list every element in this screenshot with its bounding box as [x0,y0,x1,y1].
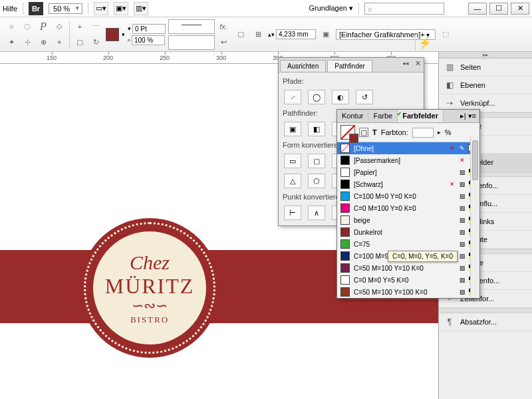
zoom-dropdown[interactable]: 50 % [49,3,82,14]
grid-icon[interactable]: ⊞ [251,27,265,42]
swatch-name: C=50 M=100 Y=100 K=0 [354,289,454,296]
panel-close-icon[interactable]: ✕ [415,59,421,68]
swatch-chip [340,287,350,297]
corner-icon[interactable]: ▢ [233,27,248,42]
view-mode-button[interactable]: ▭▾ [94,2,108,15]
swatch-row[interactable]: [Passermarken]✕⊕ [337,154,479,166]
swatch-name: C=0 M=0 Y=5 K=0 [354,277,454,284]
swatch-row[interactable]: beige▧ [337,214,479,226]
badge-text-bistro: BISTRO [130,315,169,325]
fx-button[interactable]: fx. [216,19,231,34]
opacity-icon: ▫ [128,36,130,44]
swatch-row[interactable]: [Ohne]✕✎ [337,142,479,154]
panel-item-ebenen[interactable]: ◧Ebenen [439,76,532,94]
stroke-chip[interactable] [349,134,358,143]
convert-icon[interactable]: ⌖ [52,35,66,50]
no-edit-icon: ✕ [448,180,456,188]
close-button[interactable]: ✕ [511,3,529,15]
text-toggle-icon[interactable]: T [372,128,377,136]
panel-icon: ◧ [444,80,455,90]
workspace-dropdown[interactable]: Grundlagen ▾ [309,4,353,13]
frame-fit-icon[interactable]: ▣ [319,27,333,42]
minimize-button[interactable]: — [468,3,487,15]
tab-color[interactable]: Farbe [368,110,398,122]
color-mode-icon: ▧ [458,216,466,224]
reverse-path-button[interactable]: ↺ [356,90,373,104]
diamond-icon[interactable]: ◇ [52,19,66,34]
stroke-style-dropdown[interactable]: ——— [168,19,215,34]
wrap-icon[interactable]: ↩ [216,35,231,50]
dotted-circle-icon[interactable]: ◌ [20,19,35,34]
no-edit-icon: ✕ [458,156,466,164]
more-icon[interactable]: ⋯ [88,19,103,34]
anchor-icon[interactable]: ⊹ [20,35,35,50]
swatch-row[interactable]: C=50 M=100 Y=100 K=0▧ [337,286,479,298]
swatch-chip [340,263,350,273]
convert-triangle-button[interactable]: △ [284,174,301,188]
panel-item-seiten[interactable]: ▥Seiten [439,59,532,76]
maximize-button[interactable]: ☐ [489,3,508,15]
panel-label: Absatzfor... [460,318,497,326]
panel-item-absatzfor[interactable]: ¶Absatzfor... [439,313,532,331]
quick-apply-icon[interactable]: ⚡ [415,35,434,51]
corner-point-button[interactable]: ∧ [308,205,325,220]
tab-pathfinder[interactable]: Pathfinder [327,60,372,72]
bridge-button[interactable]: Br [29,2,43,15]
node-icon[interactable]: ✦ [4,35,19,50]
container-toggle-icon[interactable]: ▢ [359,128,368,137]
swatch-row[interactable]: [Papier]▧ [337,166,479,178]
open-path-button[interactable]: ◯ [308,90,325,104]
convert-rect-button[interactable]: ▭ [284,154,301,168]
badge-text-name: MÜRITZ [105,274,195,299]
opacity-input[interactable] [132,35,165,45]
no-edit-icon: ✕ [448,144,456,152]
plus-icon[interactable]: + [72,19,87,34]
chain-icon[interactable]: ⬚ [438,27,453,42]
rotate-icon[interactable]: ↻ [88,35,103,50]
type-on-path-icon[interactable]: P [36,19,51,34]
join-path-button[interactable]: ⟋ [284,90,301,104]
tint-unit: % [445,128,452,136]
color-mode-icon: ▧ [458,168,466,176]
swatch-row[interactable]: C=0 M=100 Y=0 K=0▧ [337,202,479,214]
fill-swatch[interactable] [106,28,119,41]
tint-input[interactable] [412,128,434,138]
tab-stroke[interactable]: Kontur [337,110,368,122]
stroke-end-dropdown[interactable] [168,35,215,50]
convert-polygon-button[interactable]: ⬠ [308,174,325,188]
tab-align[interactable]: Ausrichten [280,60,326,72]
swatch-row[interactable]: C=50 M=100 Y=10 K=0▧ [337,262,479,274]
panel-icon: ⇢ [444,98,455,108]
chevron-down-icon[interactable]: ▾ [122,31,125,38]
swatch-row[interactable]: C=0 M=0 Y=5 K=0▧ [337,274,479,286]
convert-roundrect-button[interactable]: ▢ [308,154,325,168]
swatch-tooltip: C=0, M=0, Y=5, K=0 [388,251,458,262]
paths-label: Pfade: [283,77,420,85]
box-icon[interactable]: ▢ [72,35,87,50]
collapse-panels-button[interactable]: ▸▸ [439,52,532,59]
screen-mode-button[interactable]: ▣▾ [114,2,128,15]
swatch-chip [340,227,350,237]
swatch-row[interactable]: Dunkelrot▧ [337,226,479,238]
help-menu[interactable]: Hilfe [3,5,17,13]
subtract-shape-button[interactable]: ◧ [308,122,325,136]
search-input[interactable]: ⌕ [364,3,444,15]
swatch-row[interactable]: [Schwarz]✕▧ [337,178,479,190]
arrange-button[interactable]: ▥▾ [134,2,148,15]
panel-menu-icon[interactable]: ▸| ▾≡ [458,110,479,122]
add-shape-button[interactable]: ▣ [284,122,301,136]
close-path-button[interactable]: ◐ [332,90,349,104]
plain-point-button[interactable]: ⊢ [284,205,301,220]
stroke-weight-input[interactable] [132,24,166,34]
scissors-icon[interactable]: ⊕ [36,35,51,50]
dimension-input[interactable] [276,29,316,39]
swatch-name: beige [354,217,454,224]
badge-logo[interactable]: Chez MÜRITZ ∽∾∽ BISTRO [80,218,219,358]
tab-swatches[interactable]: Farbfelder [398,110,444,122]
swatch-row[interactable]: C=100 M=0 Y=0 K=0▧ [337,190,479,202]
panel-collapse-icon[interactable]: ◂◂ [402,60,409,66]
circle-tool-icon[interactable]: ○ [4,19,19,34]
swatch-row[interactable]: C=75▧ [337,238,479,250]
scrollbar[interactable] [470,136,479,298]
swatches-panel[interactable]: Kontur Farbe Farbfelder ▸| ▾≡ ▢ T Farbto… [336,109,480,299]
